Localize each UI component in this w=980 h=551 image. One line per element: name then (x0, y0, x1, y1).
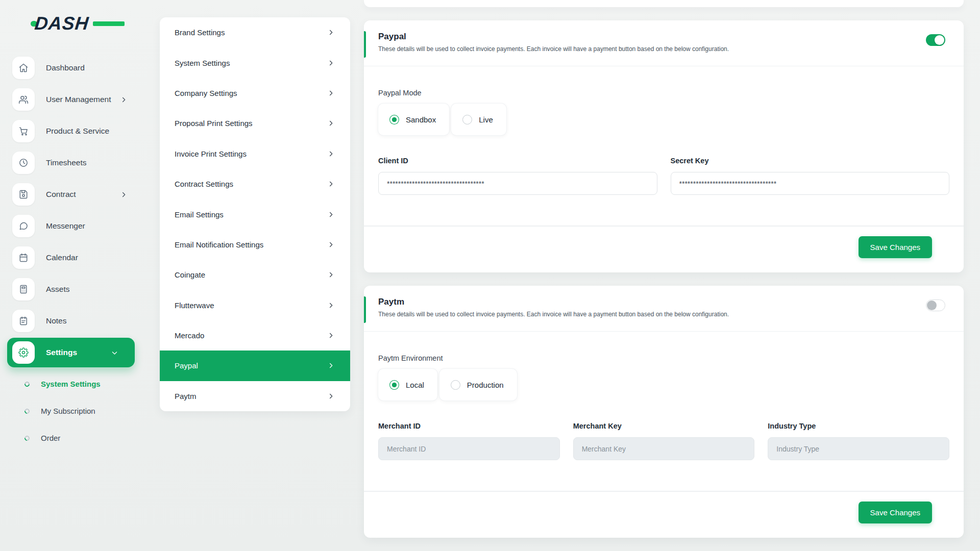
sidebar-item-notes[interactable]: Notes (0, 305, 148, 337)
notes-icon (12, 310, 35, 332)
users-icon (12, 88, 35, 111)
settings-menu-item-invoice-print-settings[interactable]: Invoice Print Settings (160, 139, 350, 169)
settings-menu-item-company-settings[interactable]: Company Settings (160, 78, 350, 108)
sidebar-subitem-my-subscription[interactable]: My Subscription (0, 397, 148, 424)
settings-menu-item-label: Email Notification Settings (175, 240, 263, 249)
sidebar-item-settings[interactable]: Settings (7, 338, 135, 367)
settings-menu-column: Brand SettingsSystem SettingsCompany Set… (160, 17, 350, 551)
settings-menu-item-coingate[interactable]: Coingate (160, 260, 350, 290)
paytm-input-merchant-key[interactable] (573, 437, 755, 460)
clock-icon (12, 152, 35, 174)
paytm-environment-option-local[interactable]: Local (378, 369, 437, 400)
paypal-input-client-id[interactable] (378, 172, 657, 195)
paytm-panel: Paytm These details will be used to coll… (364, 286, 964, 538)
paytm-panel-header: Paytm These details will be used to coll… (364, 286, 964, 331)
chevron-right-icon (327, 150, 335, 158)
paypal-field-secret-key: Secret Key (671, 157, 950, 195)
sidebar-item-dashboard[interactable]: Dashboard (0, 52, 148, 84)
sidebar-settings-subnav: System SettingsMy SubscriptionOrder (0, 370, 148, 452)
previous-card-bottom (364, 0, 964, 7)
sidebar-item-timesheets[interactable]: Timesheets (0, 147, 148, 179)
paypal-mode-options: SandboxLive (378, 104, 949, 135)
settings-menu-item-label: Company Settings (175, 89, 237, 97)
settings-menu-item-contract-settings[interactable]: Contract Settings (160, 169, 350, 199)
paypal-mode-label: Paypal Mode (378, 89, 949, 97)
paypal-panel: Paypal These details will be used to col… (364, 20, 964, 272)
sidebar-item-label: Messenger (46, 221, 85, 231)
paytm-input-industry-type[interactable] (768, 437, 949, 460)
paytm-field-merchant-id: Merchant ID (378, 422, 560, 460)
sidebar-item-product-service[interactable]: Product & Service (0, 115, 148, 147)
sidebar-item-calendar[interactable]: Calendar (0, 242, 148, 273)
paypal-fields: Client IDSecret Key (378, 157, 949, 195)
paypal-input-secret-key[interactable] (671, 172, 950, 195)
chevron-right-icon (327, 119, 335, 127)
sidebar-subitem-order[interactable]: Order (0, 424, 148, 452)
calendar-icon (12, 246, 35, 269)
sidebar-item-label: User Management (46, 95, 111, 104)
sidebar-subitem-system-settings[interactable]: System Settings (0, 370, 148, 397)
settings-menu-item-mercado[interactable]: Mercado (160, 320, 350, 350)
paypal-mode-option-live[interactable]: Live (451, 104, 506, 135)
sidebar-item-contract[interactable]: Contract (0, 179, 148, 210)
chevron-down-icon (111, 349, 118, 357)
sidebar-item-user-management[interactable]: User Management (0, 84, 148, 115)
paypal-panel-header: Paypal These details will be used to col… (364, 20, 964, 66)
settings-menu-item-system-settings[interactable]: System Settings (160, 47, 350, 78)
accent-bar (364, 296, 366, 323)
sidebar-subitem-label: My Subscription (41, 407, 95, 415)
paypal-title: Paypal (378, 32, 918, 42)
settings-menu-item-proposal-print-settings[interactable]: Proposal Print Settings (160, 108, 350, 138)
settings-menu-item-flutterwave[interactable]: Flutterwave (160, 290, 350, 320)
paytm-save-button[interactable]: Save Changes (859, 502, 932, 523)
paypal-enabled-toggle[interactable] (926, 34, 945, 46)
settings-menu-item-label: Brand Settings (175, 28, 225, 37)
sidebar-item-label: Dashboard (46, 63, 85, 72)
paytm-enabled-toggle[interactable] (926, 299, 945, 311)
paytm-panel-body: Paytm Environment LocalProduction Mercha… (364, 332, 964, 491)
settings-menu-item-label: Paypal (175, 361, 198, 370)
settings-menu-item-paypal[interactable]: Paypal (160, 350, 350, 381)
paytm-environment-options: LocalProduction (378, 369, 949, 400)
radio-unselected-icon[interactable] (462, 115, 472, 124)
settings-menu-item-label: System Settings (175, 59, 230, 67)
radio-option-label: Sandbox (406, 115, 436, 124)
sidebar-item-assets[interactable]: Assets (0, 273, 148, 305)
radio-selected-icon[interactable] (389, 380, 399, 390)
paytm-environment-option-production[interactable]: Production (439, 369, 517, 400)
home-icon (12, 57, 35, 79)
sidebar: DASH DashboardUser ManagementProduct & S… (0, 0, 148, 551)
field-label: Secret Key (671, 157, 950, 165)
radio-selected-icon[interactable] (389, 115, 399, 124)
paytm-description: These details will be used to collect in… (378, 311, 918, 318)
chat-icon (12, 215, 35, 237)
settings-menu-item-brand-settings[interactable]: Brand Settings (160, 17, 350, 47)
sidebar-item-label: Settings (46, 348, 77, 357)
main-content: Paypal These details will be used to col… (364, 0, 964, 551)
sidebar-item-label: Notes (46, 316, 67, 325)
paypal-mode-option-sandbox[interactable]: Sandbox (378, 104, 449, 135)
chevron-right-icon (120, 96, 128, 104)
chevron-right-icon (327, 89, 335, 97)
paytm-input-merchant-id[interactable] (378, 437, 560, 460)
paytm-panel-footer: Save Changes (364, 491, 964, 538)
app-root: DASH DashboardUser ManagementProduct & S… (0, 0, 980, 551)
sidebar-subitem-label: Order (41, 434, 60, 442)
sidebar-item-messenger[interactable]: Messenger (0, 210, 148, 242)
logo-bar-icon (93, 21, 125, 26)
bullet-circle-icon (23, 434, 31, 441)
radio-option-label: Local (406, 381, 424, 389)
brand-logo[interactable]: DASH (35, 12, 111, 35)
toggle-knob (935, 35, 944, 45)
paytm-fields: Merchant IDMerchant KeyIndustry Type (378, 422, 949, 460)
sidebar-item-label: Assets (46, 285, 70, 294)
settings-menu-item-label: Paytm (175, 392, 197, 400)
paypal-save-button[interactable]: Save Changes (859, 236, 932, 258)
settings-menu-item-paytm[interactable]: Paytm (160, 381, 350, 411)
gear-icon (12, 341, 35, 364)
chevron-right-icon (327, 332, 335, 339)
settings-menu-item-email-settings[interactable]: Email Settings (160, 199, 350, 229)
settings-menu-item-email-notification-settings[interactable]: Email Notification Settings (160, 230, 350, 260)
settings-menu-item-label: Coingate (175, 270, 205, 279)
radio-unselected-icon[interactable] (451, 380, 460, 390)
